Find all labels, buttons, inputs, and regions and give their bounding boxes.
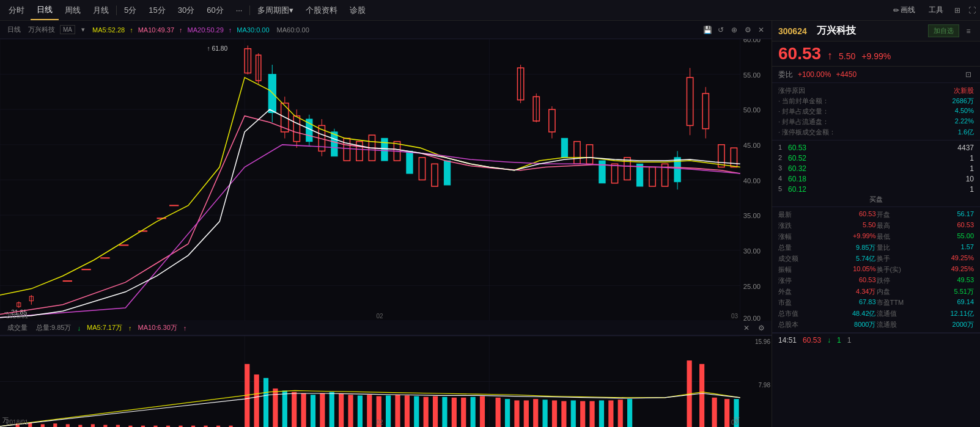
pencil-icon: ✏ [893,6,899,15]
svg-rect-57 [356,142,363,161]
fullscreen-icon[interactable]: ⛶ [967,5,978,16]
ma30-label: MA30:0.00 [234,26,271,34]
nav-yue-xian[interactable]: 月线 [87,0,115,20]
stat-zhang-die-label: 涨跌 [778,221,792,230]
nav-diagnosis[interactable]: 诊股 [344,0,372,20]
stat-kai-pan-label: 开盘 [877,210,890,219]
nav-stock-info[interactable]: 个股资料 [300,0,344,20]
add-icon[interactable]: ⊕ [729,24,740,35]
zhang-ting-jine-row: · 涨停板成交金额： 1.6亿 [778,127,974,137]
ma10-label: MA10:49.37 [136,26,177,34]
buy-order-2: 2 60.52 1 [778,153,974,163]
feng-dan-liu-tong-label: · 封单占流通盘： [778,117,829,126]
svg-rect-84 [687,78,693,126]
nav-15fen[interactable]: 15分 [142,0,171,20]
refresh-icon[interactable]: ↺ [715,24,726,35]
nav-fen-shi[interactable]: 分时 [2,0,31,20]
settings-icon[interactable]: ⚙ [742,24,753,35]
add-watchlist-button[interactable]: 加自选 [928,24,959,37]
buy-price-1: 60.53 [788,144,943,152]
stat-zhang-die: 涨跌 5.50 [778,221,876,231]
nav-more[interactable]: ··· [230,0,249,20]
stat-liang-bi-label: 量比 [877,243,890,252]
nav-zhou-xian[interactable]: 周线 [59,0,87,20]
vol-x-jan: 2018/01 [6,419,28,426]
buy-rank-4: 4 [778,175,788,183]
stat-zhen-fu-label: 振幅 [778,265,792,274]
stat-zong-shi-zhi: 总市值 48.42亿 [778,308,876,319]
stat-zong-liang: 总量 9.85万 [778,243,876,253]
more-options-icon[interactable]: ≡ [963,26,974,37]
stat-zong-shi-zhi-label: 总市值 [778,309,798,318]
nav-30fen[interactable]: 30分 [172,0,201,20]
expand-icon[interactable]: ⊞ [952,5,963,16]
vol-close-icon[interactable]: ✕ [741,323,752,334]
stat-huan-shou: 换手 49.25% [877,254,974,264]
close-icon[interactable]: ✕ [756,24,767,35]
svg-rect-161 [699,364,704,427]
vol-y-high: 15.96 [755,338,770,345]
buy-order-5: 5 60.12 1 [778,184,974,194]
nav-60fen[interactable]: 60分 [201,0,229,20]
feng-dan-cheng-jiao-value: 4.50% [955,107,974,116]
stat-zhang-die-val: 5.50 [863,221,875,230]
price-chart[interactable]: 60.00 55.00 50.00 45.00 40.00 35.00 30.0… [0,39,772,321]
svg-rect-79 [649,167,655,186]
stat-zong-gu-ben-label: 总股本 [778,320,798,329]
svg-rect-90 [718,145,724,167]
nav-multi-period[interactable]: 多周期图 ▾ [251,0,300,20]
stat-zui-di: 最低 55.00 [877,232,974,242]
stat-zhen-fu-val: 10.05% [853,265,875,274]
buy-vol-4: 10 [943,175,974,183]
stat-zui-xin: 最新 60.53 [778,210,876,220]
save-icon[interactable]: 💾 [702,24,713,35]
stat-shi-ying-ttm: 市盈TTM 69.14 [877,297,974,308]
stat-zui-xin-val: 60.53 [859,210,876,219]
vol-settings-icon[interactable]: ⚙ [756,323,767,334]
stat-shi-ying: 市盈 67.83 [778,297,876,308]
stat-zhang-fu-val: +9.99% [853,232,876,241]
stat-kai-pan: 开盘 56.17 [877,210,974,220]
bottom-time-row: 14:51 60.53 ↓ 1 1 [772,333,980,347]
vol-x-labels: 2018/01 02 03 [6,419,738,426]
svg-text:50.00: 50.00 [743,106,761,114]
buy-rank-1: 1 [778,144,788,152]
vol-x-feb: 02 [376,419,383,426]
wei-bi-copy-icon[interactable]: ⊡ [963,69,974,80]
stat-kai-pan-val: 56.17 [957,210,974,219]
volume-chart[interactable]: 15.96 7.98 万 万 [0,335,772,427]
indicator-dropdown-icon[interactable]: ▾ [79,26,87,34]
volume-toolbar: 成交量 总量:9.85万 ↓ MA5:7.17万 ↑ MA10:6.30万 ↑ … [0,321,772,335]
vol-ma10-arrow: ↑ [183,324,187,332]
last-update-arrow: ↓ [827,336,831,345]
svg-text:30.00: 30.00 [743,247,761,255]
stat-huan-shou-shi-label: 换手(实) [877,265,901,274]
tool-button[interactable]: 工具 [924,4,948,16]
nav-ri-xian[interactable]: 日线 [31,0,59,20]
indicator-selector[interactable]: MA [60,25,75,34]
draw-button[interactable]: ✏ 画线 [888,4,920,16]
buy-vol-5: 1 [943,185,974,194]
feng-dan-liu-tong-value: 2.22% [955,117,974,126]
stat-cheng-jiao-e-val: 5.74亿 [856,254,875,263]
nav-separator-2 [249,5,250,15]
buy-vol-3: 1 [943,164,974,173]
svg-text:25.00: 25.00 [743,283,761,290]
stat-wai-pan: 外盘 4.34万 [778,286,876,297]
stat-zhen-fu: 振幅 10.05% [778,265,876,275]
stat-zui-xin-label: 最新 [778,210,792,219]
price-chart-svg: 60.00 55.00 50.00 45.00 40.00 35.00 30.0… [0,39,772,321]
svg-rect-75 [599,161,605,183]
chart-area: 日线 万兴科技 MA ▾ MA5:52.28 ↑ MA10:49.37 ↑ MA… [0,21,772,427]
vol-label: 成交量 [5,323,30,332]
buy-rank-3: 3 [778,164,788,173]
wei-bi-row: 委比 +100.00% +4450 ⊡ [772,67,980,83]
zhang-ting-reason-value[interactable]: 次新股 [954,86,974,95]
vol-ma5: MA5:7.17万 [84,323,125,332]
stock-header: 300624 万兴科技 加自选 ≡ [772,21,980,42]
svg-text:↑ 61.80: ↑ 61.80 [207,45,228,52]
nav-5fen[interactable]: 5分 [118,0,142,20]
stat-zui-gao: 最高 60.53 [877,221,974,231]
header-actions: 加自选 ≡ [928,24,974,37]
svg-rect-59 [381,138,388,161]
